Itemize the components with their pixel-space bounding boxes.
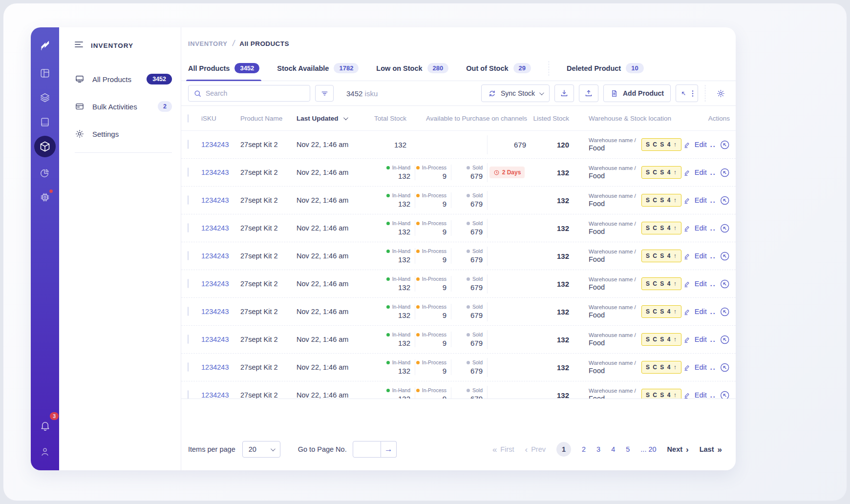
row-isku-link[interactable]: 1234243 <box>201 141 240 148</box>
row-checkbox[interactable] <box>188 362 189 372</box>
sync-stock-button[interactable]: Sync Stock <box>481 84 550 102</box>
tab-low-on-stock[interactable]: Low on Stock 280 <box>376 56 448 81</box>
row-isku-link[interactable]: 1234243 <box>201 336 240 343</box>
search-box[interactable] <box>188 85 310 102</box>
row-checkbox[interactable] <box>188 307 189 316</box>
add-product-button[interactable]: Add Product <box>603 84 671 102</box>
header-warehouse[interactable]: Warehouse & Stock location <box>569 115 683 122</box>
open-arrow-circle-icon[interactable] <box>720 390 730 399</box>
open-arrow-circle-icon[interactable] <box>720 278 730 290</box>
import-button[interactable] <box>554 84 574 102</box>
row-isku-link[interactable]: 1234243 <box>201 168 240 176</box>
row-checkbox[interactable] <box>188 279 189 288</box>
edit-button[interactable]: Edit <box>695 196 707 204</box>
goto-page-button[interactable]: → <box>381 441 397 458</box>
edit-pencil-icon[interactable] <box>683 168 691 177</box>
layers-icon[interactable] <box>36 89 54 106</box>
stock-location-badge[interactable]: S C S 4 ↑ <box>641 305 681 318</box>
row-checkbox[interactable] <box>188 140 189 149</box>
open-arrow-circle-icon[interactable] <box>720 251 730 262</box>
open-arrow-circle-icon[interactable] <box>720 306 730 317</box>
inventory-package-icon[interactable] <box>34 136 56 157</box>
more-actions-dots[interactable]: .. <box>710 363 716 371</box>
edit-pencil-icon[interactable] <box>683 363 691 372</box>
more-actions-dots[interactable]: .. <box>710 252 716 260</box>
row-checkbox[interactable] <box>188 223 189 232</box>
dashboard-icon[interactable] <box>36 64 54 82</box>
edit-pencil-icon[interactable] <box>683 336 691 344</box>
pagination-page-2[interactable]: 2 <box>582 445 586 453</box>
edit-pencil-icon[interactable] <box>683 196 691 205</box>
tab-out-of-stock[interactable]: Out of Stock 29 <box>466 56 531 81</box>
edit-pencil-icon[interactable] <box>683 252 691 260</box>
header-product-name[interactable]: Product Name <box>240 115 297 122</box>
row-checkbox[interactable] <box>188 168 189 177</box>
export-button[interactable] <box>579 84 598 102</box>
pagination-more[interactable]: ... 20 <box>640 445 656 453</box>
notifications-bell-icon[interactable]: 3 <box>36 417 54 434</box>
stock-location-badge[interactable]: S C S 4 ↑ <box>641 250 681 262</box>
stock-location-badge[interactable]: S C S 4 ↑ <box>641 333 681 346</box>
pagination-page-1[interactable]: 1 <box>556 442 571 457</box>
open-arrow-circle-icon[interactable] <box>720 139 730 150</box>
row-checkbox[interactable] <box>188 335 189 344</box>
edit-button[interactable]: Edit <box>695 224 707 232</box>
table-settings-gear-icon[interactable] <box>712 85 729 102</box>
stock-location-badge[interactable]: S C S 4 ↑ <box>641 222 681 234</box>
select-all-checkbox[interactable] <box>188 114 189 123</box>
pagination-first[interactable]: «First <box>492 445 514 454</box>
edit-button[interactable]: Edit <box>695 252 707 260</box>
row-isku-link[interactable]: 1234243 <box>201 363 240 371</box>
filter-button[interactable] <box>315 85 334 102</box>
book-icon[interactable] <box>36 113 54 131</box>
sidebar-item-settings[interactable]: Settings <box>59 120 181 147</box>
row-checkbox[interactable] <box>188 195 189 205</box>
edit-button[interactable]: Edit <box>695 168 707 176</box>
chip-icon[interactable] <box>36 189 54 206</box>
edit-pencil-icon[interactable] <box>683 141 691 149</box>
more-actions-dots[interactable]: .. <box>710 168 716 176</box>
stock-location-badge[interactable]: S C S 4 ↑ <box>641 277 681 290</box>
open-arrow-circle-icon[interactable] <box>720 167 730 178</box>
open-arrow-circle-icon[interactable] <box>720 362 730 373</box>
edit-button[interactable]: Edit <box>695 363 707 371</box>
more-actions-dots[interactable]: .. <box>710 336 716 343</box>
row-isku-link[interactable]: 1234243 <box>201 391 240 399</box>
more-actions-dots[interactable]: .. <box>710 141 716 148</box>
stock-location-badge[interactable]: S C S 4 ↑ <box>641 361 681 374</box>
goto-page-input[interactable] <box>353 441 381 458</box>
pagination-page-4[interactable]: 4 <box>611 445 615 453</box>
row-isku-link[interactable]: 1234243 <box>201 196 240 204</box>
header-available[interactable]: Available to Purchase on channels <box>406 115 527 122</box>
pagination-prev[interactable]: ‹Prev <box>525 445 546 454</box>
row-checkbox[interactable] <box>188 390 189 399</box>
header-total-stock[interactable]: Total Stock <box>360 115 406 122</box>
more-actions-dots[interactable]: .. <box>710 391 716 399</box>
open-arrow-circle-icon[interactable] <box>720 334 730 345</box>
edit-pencil-icon[interactable] <box>683 391 691 399</box>
tab-deleted-product[interactable]: Deleted Product 10 <box>567 56 644 81</box>
pagination-next[interactable]: Next› <box>667 445 689 454</box>
more-actions-dots[interactable]: .. <box>710 224 716 232</box>
open-arrow-circle-icon[interactable] <box>720 223 730 234</box>
search-input[interactable] <box>206 89 305 97</box>
row-isku-link[interactable]: 1234243 <box>201 308 240 315</box>
row-isku-link[interactable]: 1234243 <box>201 252 240 260</box>
expand-menu-button[interactable] <box>676 84 698 102</box>
open-arrow-circle-icon[interactable] <box>720 195 730 206</box>
more-actions-dots[interactable]: .. <box>710 280 716 288</box>
header-isku[interactable]: iSKU <box>201 115 240 122</box>
stock-location-badge[interactable]: S C S 4 ↑ <box>641 389 681 399</box>
stock-location-badge[interactable]: S C S 4 ↑ <box>641 194 681 207</box>
pagination-page-5[interactable]: 5 <box>626 445 630 453</box>
profile-icon[interactable] <box>36 443 54 461</box>
sidebar-item-all-products[interactable]: All Products 3452 <box>59 65 181 93</box>
edit-pencil-icon[interactable] <box>683 224 691 232</box>
page-size-select[interactable]: 20 <box>242 441 280 458</box>
app-logo-icon[interactable] <box>36 35 54 54</box>
sidebar-item-bulk-activities[interactable]: Bulk Activities 2 <box>59 93 181 120</box>
edit-pencil-icon[interactable] <box>683 280 691 288</box>
header-last-updated[interactable]: Last Updated <box>297 115 360 122</box>
more-actions-dots[interactable]: .. <box>710 196 716 204</box>
pie-chart-icon[interactable] <box>36 164 54 182</box>
